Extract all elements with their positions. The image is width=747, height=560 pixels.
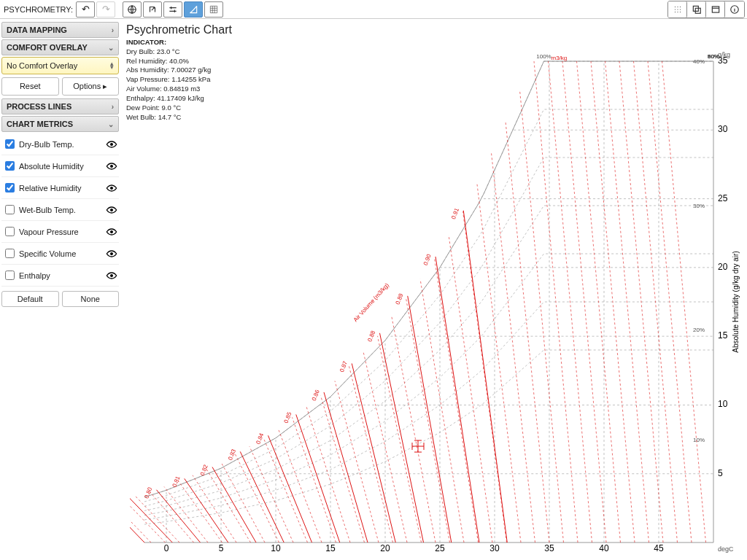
none-button[interactable]: None: [62, 291, 120, 307]
metric-row: Enthalpy: [1, 265, 119, 287]
metric-label: Relative Humidity: [19, 184, 82, 192]
panel-data-mapping[interactable]: DATA MAPPING ›: [1, 22, 119, 38]
top-toolbar: PSYCHROMETRY: ↶ ↷: [0, 0, 747, 19]
svg-text:30: 30: [489, 543, 500, 553]
reset-button[interactable]: Reset: [1, 77, 59, 96]
svg-line-122: [492, 153, 535, 542]
metric-row: Absolute Humidity: [1, 155, 119, 177]
metric-label: Dry-Bulb Temp.: [19, 140, 74, 149]
eye-icon[interactable]: [105, 227, 118, 237]
dropdown-caret-icon: ▴▾: [110, 62, 114, 69]
panel-process-lines[interactable]: PROCESS LINES ›: [1, 98, 119, 114]
svg-text:100%: 100%: [536, 53, 551, 60]
eye-icon[interactable]: [105, 161, 118, 171]
svg-line-98: [150, 492, 194, 542]
svg-text:0.80: 0.80: [143, 486, 153, 499]
panel-comfort-overlay[interactable]: COMFORT OVERLAY ⌄: [1, 39, 119, 55]
metric-label: Enthalpy: [19, 271, 50, 280]
svg-text:Air Volume (m3/kg): Air Volume (m3/kg): [352, 281, 390, 323]
svg-line-100: [179, 481, 222, 542]
chart-metrics-body: Dry-Bulb Temp.Absolute HumidityRelative …: [1, 132, 119, 288]
svg-point-15: [111, 165, 113, 167]
svg-text:15: 15: [325, 543, 336, 553]
svg-line-106: [264, 439, 308, 542]
svg-line-97: [136, 497, 179, 542]
svg-text:40: 40: [599, 543, 609, 553]
svg-text:0.91: 0.91: [450, 207, 460, 220]
grid-dots-icon[interactable]: [668, 1, 687, 18]
svg-text:0.88: 0.88: [366, 330, 376, 343]
svg-point-18: [111, 230, 113, 233]
svg-text:degC: degC: [718, 545, 734, 553]
sidebar: DATA MAPPING › COMFORT OVERLAY ⌄ No Comf…: [0, 19, 120, 560]
svg-text:0.87: 0.87: [338, 359, 349, 373]
metric-row: Specific Volume: [1, 243, 119, 265]
comfort-overlay-body: No Comfort Overlay ▴▾ Reset Options ▸: [1, 55, 119, 97]
metric-checkbox[interactable]: [5, 249, 15, 258]
chevron-down-icon: ⌄: [108, 120, 114, 128]
svg-point-4: [674, 9, 675, 9]
eye-icon[interactable]: [105, 249, 118, 259]
svg-text:0.83: 0.83: [227, 448, 237, 461]
svg-text:Absolute Humidity (g/kg dry ai: Absolute Humidity (g/kg dry air): [732, 251, 740, 353]
metric-label: Absolute Humidity: [19, 162, 84, 171]
settings-sliders-icon[interactable]: [163, 1, 182, 18]
overlay-icon[interactable]: [687, 1, 706, 18]
metric-checkbox[interactable]: [5, 227, 15, 236]
svg-rect-12: [712, 6, 719, 12]
psychrometric-chart[interactable]: 0510152025303540455101520253035100%90%80…: [130, 47, 743, 560]
panel-label: CHART METRICS: [7, 120, 73, 128]
svg-point-17: [111, 209, 113, 211]
window-icon[interactable]: [706, 1, 725, 18]
app-mode-label: PSYCHROMETRY:: [4, 5, 73, 14]
panel-label: DATA MAPPING: [7, 26, 67, 34]
redo-button[interactable]: ↷: [96, 1, 115, 18]
svg-line-131: [619, 61, 663, 542]
svg-line-79: [268, 435, 312, 542]
svg-line-95: [130, 497, 151, 542]
eye-icon[interactable]: [105, 271, 118, 281]
chart-area: Psychrometric Chart INDICATOR:Dry Bulb: …: [120, 19, 747, 560]
comfort-overlay-select[interactable]: No Comfort Overlay ▴▾: [1, 57, 119, 74]
metric-checkbox[interactable]: [5, 205, 15, 214]
metric-row: Wet-Bulb Temp.: [1, 199, 119, 221]
eye-icon[interactable]: [105, 183, 118, 193]
svg-line-99: [164, 487, 208, 542]
grid-icon[interactable]: [204, 1, 223, 18]
svg-text:10%: 10%: [693, 437, 705, 443]
svg-text:30: 30: [718, 124, 728, 134]
psychro-chart-icon[interactable]: [184, 1, 203, 18]
metric-label: Wet-Bulb Temp.: [19, 206, 76, 214]
svg-text:40%: 40%: [693, 58, 705, 65]
svg-line-89: [408, 296, 452, 542]
info-icon[interactable]: [725, 1, 744, 18]
svg-text:g/kg: g/kg: [718, 51, 730, 58]
eye-icon[interactable]: [105, 139, 118, 149]
svg-line-112: [349, 366, 393, 542]
default-button[interactable]: Default: [1, 291, 59, 307]
svg-line-123: [506, 122, 549, 542]
svg-text:0.85: 0.85: [282, 411, 293, 424]
svg-line-67: [130, 497, 144, 542]
svg-line-119: [449, 235, 492, 542]
svg-line-128: [577, 61, 621, 542]
svg-text:0.82: 0.82: [199, 463, 209, 476]
export-icon[interactable]: [143, 1, 162, 18]
svg-text:0.90: 0.90: [422, 253, 433, 266]
metric-checkbox[interactable]: [5, 183, 15, 192]
globe-icon[interactable]: [123, 1, 142, 18]
svg-line-132: [634, 61, 678, 542]
main-layout: DATA MAPPING › COMFORT OVERLAY ⌄ No Comf…: [0, 19, 747, 560]
svg-text:m3/kg: m3/kg: [551, 55, 568, 61]
options-button[interactable]: Options ▸: [62, 77, 120, 96]
metric-checkbox[interactable]: [5, 271, 15, 280]
svg-text:25: 25: [718, 193, 728, 203]
metric-checkbox[interactable]: [5, 161, 15, 171]
undo-button[interactable]: ↶: [76, 1, 95, 18]
svg-point-2: [677, 6, 678, 7]
eye-icon[interactable]: [105, 205, 118, 215]
metric-row: Vapour Pressure: [1, 221, 119, 243]
metric-checkbox[interactable]: [5, 139, 15, 149]
panel-chart-metrics[interactable]: CHART METRICS ⌄: [1, 116, 119, 132]
svg-line-77: [240, 451, 284, 542]
